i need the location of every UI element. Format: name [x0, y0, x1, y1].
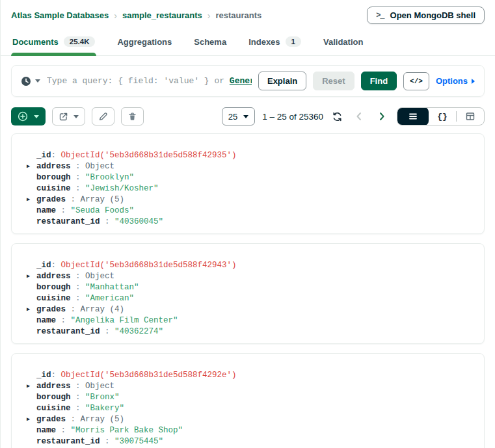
field-value: Object	[85, 161, 114, 172]
open-mongodb-shell-button[interactable]: >_ Open MongoDB shell	[367, 7, 485, 24]
field-value: "40360045"	[114, 217, 163, 228]
document-field-row: ▶grades : Array (5)	[36, 194, 471, 205]
expand-caret-icon[interactable]: ▶	[27, 194, 36, 205]
chevron-down-icon	[243, 115, 248, 118]
braces-icon: {}	[437, 112, 448, 122]
export-data-button[interactable]	[52, 107, 85, 125]
field-key: name	[36, 425, 56, 436]
plus-circle-icon	[18, 111, 28, 122]
expand-caret-icon[interactable]: ▶	[27, 414, 36, 425]
field-key: name	[36, 315, 56, 326]
documents-count-badge: 25.4K	[64, 36, 96, 47]
expand-caret-icon[interactable]: ▶	[27, 304, 36, 315]
toolbar-left	[11, 107, 144, 125]
add-data-button[interactable]	[11, 107, 46, 125]
tab-label: Validation	[323, 37, 363, 47]
expand-caret-icon[interactable]: ▶	[27, 271, 36, 282]
field-value: "Bronx"	[85, 392, 120, 403]
field-key: grades	[36, 304, 66, 315]
field-value: "Jewish/Kosher"	[85, 183, 159, 194]
tab-schema[interactable]: Schema	[193, 29, 228, 55]
document-field-row: ▶address : Object	[36, 161, 471, 172]
document-field-row: cuisine : "American"	[36, 293, 471, 304]
breadcrumb-database[interactable]: sample_restaurants	[122, 10, 202, 20]
field-key: _id	[36, 370, 51, 381]
header: Atlas Sample Databases › sample_restaura…	[1, 0, 495, 29]
document-field-row: _id: ObjectId('5eb3d668b31de5d588f4292e'…	[36, 370, 471, 381]
expand-caret-icon[interactable]: ▶	[27, 161, 36, 172]
document-field-row: ▶grades : Array (5)	[36, 414, 471, 425]
explain-button[interactable]: Explain	[258, 72, 306, 90]
tab-validation[interactable]: Validation	[322, 29, 364, 55]
query-history-dropdown[interactable]	[21, 76, 40, 86]
breadcrumb-collection: restaurants	[215, 10, 261, 20]
document-field-row: borough : "Brooklyn"	[36, 172, 471, 183]
find-button[interactable]: Find	[361, 72, 397, 90]
field-value: Array (4)	[81, 304, 125, 315]
field-value: "Brooklyn"	[85, 172, 134, 183]
collection-tabs: Documents 25.4K Aggregations Schema Inde…	[1, 29, 495, 56]
field-value: "40362274"	[114, 326, 163, 337]
list-view-button[interactable]	[397, 107, 429, 125]
refresh-icon	[332, 111, 343, 122]
trash-icon	[127, 112, 137, 122]
field-value: Object	[85, 381, 114, 392]
breadcrumb: Atlas Sample Databases › sample_restaura…	[11, 10, 261, 21]
chevron-left-icon	[354, 111, 364, 122]
reset-button[interactable]: Reset	[313, 72, 354, 90]
field-value: "Bakery"	[85, 403, 124, 414]
generate-query-link[interactable]: Generate query	[230, 76, 252, 86]
tab-documents[interactable]: Documents 25.4K	[11, 29, 96, 55]
field-key: grades	[36, 194, 66, 205]
field-key: _id	[36, 150, 51, 161]
field-value: ObjectId('5eb3d668b31de5d588f42943')	[61, 260, 237, 271]
export-icon	[59, 112, 68, 122]
json-view-button[interactable]: {}	[429, 107, 456, 125]
field-key: restaurant_id	[36, 436, 100, 447]
export-to-language-button[interactable]: </>	[403, 72, 429, 90]
document-field-row: restaurant_id : "40360045"	[36, 217, 471, 228]
document-field-row: cuisine : "Jewish/Kosher"	[36, 183, 471, 194]
table-view-button[interactable]	[457, 107, 484, 125]
document-field-row: ▶address : Object	[36, 271, 471, 282]
tab-label: Aggregations	[117, 37, 172, 47]
field-key: _id	[36, 260, 51, 271]
field-key: restaurant_id	[36, 217, 100, 228]
tab-aggregations[interactable]: Aggregations	[116, 29, 173, 55]
view-switcher: {}	[397, 107, 485, 125]
document-field-row: ▶grades : Array (4)	[36, 304, 471, 315]
delete-documents-button[interactable]	[121, 107, 144, 125]
next-page-button[interactable]	[374, 111, 390, 122]
field-value: Array (5)	[81, 414, 125, 425]
tab-indexes[interactable]: Indexes 1	[247, 29, 302, 55]
document-card: _id: ObjectId('5eb3d668b31de5d588f42935'…	[11, 133, 485, 234]
field-key: borough	[36, 392, 71, 403]
page-size-select[interactable]: 25	[222, 107, 255, 125]
field-key: cuisine	[36, 183, 71, 194]
refresh-button[interactable]	[330, 111, 344, 122]
field-value: Array (5)	[81, 194, 125, 205]
previous-page-button[interactable]	[351, 111, 367, 122]
query-options-toggle[interactable]: Options	[436, 76, 477, 86]
query-input[interactable]: Type a query: { field: 'value' } or Gene…	[47, 76, 252, 86]
tab-label: Indexes	[248, 37, 280, 47]
expand-caret-icon[interactable]: ▶	[27, 381, 36, 392]
field-key: borough	[36, 172, 71, 183]
tab-label: Schema	[194, 37, 226, 47]
document-list: _id: ObjectId('5eb3d668b31de5d588f42935'…	[11, 133, 485, 448]
update-documents-button[interactable]	[92, 107, 114, 125]
field-value: "30075445"	[114, 436, 163, 447]
query-bar: Type a query: { field: 'value' } or Gene…	[11, 65, 485, 97]
field-value: "American"	[85, 293, 134, 304]
query-placeholder: Type a query: { field: 'value' } or	[47, 76, 230, 86]
table-view-icon	[465, 111, 475, 122]
document-field-row: _id: ObjectId('5eb3d668b31de5d588f42943'…	[36, 260, 471, 271]
document-field-row: name : "Morris Park Bake Shop"	[36, 425, 471, 436]
terminal-icon: >_	[376, 11, 384, 20]
shell-button-label: Open MongoDB shell	[390, 10, 475, 20]
field-value: Object	[85, 271, 114, 282]
options-label: Options	[436, 76, 468, 86]
clock-icon	[21, 76, 31, 86]
breadcrumb-databases[interactable]: Atlas Sample Databases	[11, 10, 109, 20]
document-field-row: borough : "Manhattan"	[36, 282, 471, 293]
